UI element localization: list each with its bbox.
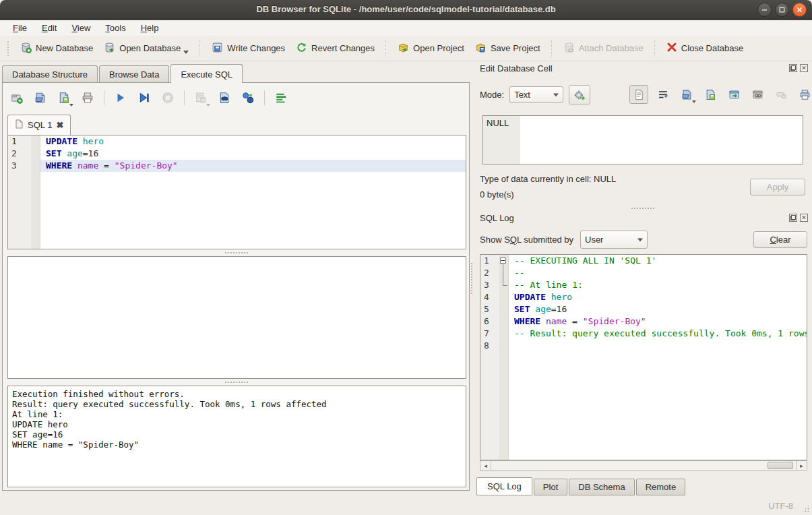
print-cell-icon[interactable] xyxy=(796,86,812,103)
tab-browse-data[interactable]: Browse Data xyxy=(99,65,169,83)
log-line: 5 SET age=16 xyxy=(480,303,807,315)
panel-splitter[interactable] xyxy=(471,263,472,294)
execution-message-area[interactable]: Execution finished without errors. Resul… xyxy=(7,386,466,487)
open-sql-file-icon[interactable] xyxy=(32,89,49,107)
sql-document-tab[interactable]: SQL 1 ✖ xyxy=(7,115,71,135)
word-wrap-icon[interactable] xyxy=(654,86,672,103)
close-database-button[interactable]: Close Database xyxy=(661,39,749,57)
execute-all-icon[interactable] xyxy=(112,89,129,107)
scroll-thumb[interactable] xyxy=(768,462,793,469)
apply-cell-icon[interactable] xyxy=(569,85,590,104)
log-filter-select[interactable]: User xyxy=(580,231,648,249)
window-title: DB Browser for SQLite - /home/user/code/… xyxy=(0,4,812,14)
sql-log-view[interactable]: 1 -- EXECUTING ALL IN 'SQL 1' 2 -- 3 -- … xyxy=(480,254,807,460)
clear-log-button[interactable]: Clear xyxy=(753,231,807,248)
message-line: SET age=16 xyxy=(12,429,462,440)
new-database-button[interactable]: New Database xyxy=(15,39,98,58)
log-filter-label: Show SQL submitted by xyxy=(480,235,573,245)
bottom-tab-bar: SQL Log Plot DB Schema Remote xyxy=(476,477,687,495)
sql-log-controls: Show SQL submitted by User Clear xyxy=(480,231,807,249)
resize-grip[interactable] xyxy=(801,504,810,513)
print-icon[interactable] xyxy=(79,89,96,107)
tab-sql-log[interactable]: SQL Log xyxy=(476,477,532,495)
tab-db-schema[interactable]: DB Schema xyxy=(569,479,634,495)
message-line: UPDATE hero xyxy=(12,419,462,429)
find-icon[interactable] xyxy=(216,89,233,107)
message-line: Result: query executed successfully. Too… xyxy=(12,399,462,409)
menu-file[interactable]: File xyxy=(7,22,33,34)
format-sql-icon[interactable] xyxy=(272,89,290,107)
dock-float-icon[interactable] xyxy=(789,64,797,72)
left-pane: Database Structure Browse Data Execute S… xyxy=(0,61,473,495)
editor-line-current: 3 WHERE name = "Spider-Boy" xyxy=(8,160,466,172)
dock-close-icon[interactable]: ✕ xyxy=(800,64,808,72)
open-external-icon[interactable] xyxy=(725,86,743,103)
menu-bar: File Edit View Tools Help xyxy=(0,20,812,36)
mode-label: Mode: xyxy=(480,90,504,100)
dock-float-icon[interactable] xyxy=(789,214,797,222)
editor-line: 2 SET age=16 xyxy=(8,148,466,160)
new-database-icon xyxy=(20,42,32,55)
open-database-menu-caret[interactable] xyxy=(183,51,189,54)
edit-cell-dock-title: Edit Database Cell xyxy=(480,63,553,73)
save-sql-file-icon[interactable] xyxy=(55,89,73,107)
dock-close-icon[interactable]: ✕ xyxy=(800,214,808,222)
scroll-left-icon[interactable]: ◂ xyxy=(480,461,491,470)
write-changes-button[interactable]: Write Changes xyxy=(206,39,290,58)
minimize-icon[interactable] xyxy=(757,3,772,17)
sql-document-tab-bar: SQL 1 ✖ xyxy=(7,113,71,135)
text-mode-icon[interactable] xyxy=(629,85,648,104)
menu-help[interactable]: Help xyxy=(135,22,165,34)
menu-tools[interactable]: Tools xyxy=(99,22,131,34)
fold-marker-icon[interactable] xyxy=(500,258,506,264)
tab-remote[interactable]: Remote xyxy=(636,479,686,495)
save-project-button[interactable]: Save Project xyxy=(470,39,546,58)
export-data-icon[interactable] xyxy=(701,86,719,103)
revert-changes-button[interactable]: Revert Changes xyxy=(290,39,380,58)
results-message-splitter[interactable] xyxy=(225,382,248,383)
maximize-icon[interactable] xyxy=(775,3,789,17)
set-null-icon[interactable] xyxy=(772,86,790,103)
log-line: 4 UPDATE hero xyxy=(480,291,807,303)
tab-plot[interactable]: Plot xyxy=(534,479,567,495)
stop-icon[interactable] xyxy=(159,89,177,107)
message-line: Execution finished without errors. xyxy=(12,389,462,399)
menu-edit[interactable]: Edit xyxy=(36,22,63,34)
editor-results-splitter[interactable] xyxy=(225,252,248,253)
log-horizontal-scrollbar[interactable]: ◂ ▸ xyxy=(480,460,807,471)
log-line: 8 xyxy=(480,340,807,352)
dock-splitter[interactable] xyxy=(631,208,654,209)
sql-editor[interactable]: 1 UPDATE hero 2 SET age=16 3 WHERE name … xyxy=(7,135,466,249)
tab-execute-sql[interactable]: Execute SQL xyxy=(170,64,243,83)
new-sql-tab-icon[interactable] xyxy=(8,89,26,107)
save-results-icon[interactable] xyxy=(192,89,210,107)
open-project-button[interactable]: Open Project xyxy=(392,39,470,58)
find-replace-icon[interactable] xyxy=(239,89,257,107)
open-database-button[interactable]: Open Database xyxy=(98,39,194,58)
execute-current-line-icon[interactable] xyxy=(135,89,153,107)
save-project-icon xyxy=(475,42,487,55)
scroll-right-icon[interactable]: ▸ xyxy=(797,461,807,470)
results-grid[interactable] xyxy=(7,256,466,379)
log-line: 7 -- Result: query executed successfully… xyxy=(480,328,807,340)
sql-log-dock-title: SQL Log xyxy=(480,213,514,223)
mode-select[interactable]: Text xyxy=(509,86,563,103)
log-line: 1 -- EXECUTING ALL IN 'SQL 1' xyxy=(480,255,807,267)
tab-database-structure[interactable]: Database Structure xyxy=(2,65,98,83)
editor-line: 1 UPDATE hero xyxy=(8,135,466,148)
open-project-icon xyxy=(398,42,409,55)
encoding-indicator: UTF-8 xyxy=(768,501,793,511)
close-icon[interactable] xyxy=(792,3,807,17)
cell-type-info: Type of data currently in cell: NULL xyxy=(480,174,616,184)
menu-view[interactable]: View xyxy=(65,22,96,34)
attach-database-button[interactable]: Attach Database xyxy=(558,39,649,58)
write-changes-icon xyxy=(212,42,223,55)
execute-sql-page: SQL 1 ✖ 1 UPDATE hero 2 SET age=16 xyxy=(2,82,470,491)
link-data-icon[interactable] xyxy=(749,86,766,103)
cell-editor[interactable]: NULL xyxy=(482,115,803,164)
import-data-icon[interactable] xyxy=(678,86,695,103)
title-bar[interactable]: DB Browser for SQLite - /home/user/code/… xyxy=(0,0,812,21)
close-sql-tab-icon[interactable]: ✖ xyxy=(56,121,63,129)
apply-button[interactable]: Apply xyxy=(750,179,805,195)
toolbar-grip[interactable] xyxy=(7,41,11,56)
